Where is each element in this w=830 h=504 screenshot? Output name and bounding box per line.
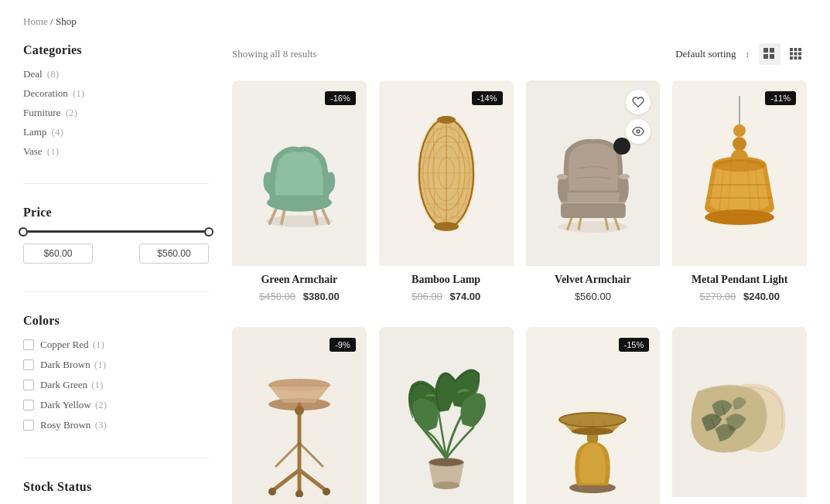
svg-rect-0 — [763, 48, 768, 53]
sale-price: $380.00 — [303, 291, 340, 302]
color-swatch[interactable] — [613, 138, 630, 155]
svg-point-53 — [714, 159, 765, 172]
product-badge: -15% — [619, 338, 650, 352]
product-image-area — [526, 80, 661, 266]
color-checkbox-copper-red[interactable] — [23, 339, 34, 350]
price-inputs — [23, 243, 209, 264]
grid-9-icon — [790, 48, 802, 60]
svg-point-67 — [323, 488, 330, 495]
price-max-input[interactable] — [139, 243, 209, 264]
product-badge: -16% — [325, 91, 356, 105]
svg-rect-2 — [763, 54, 768, 59]
color-checkbox-rosy-brown[interactable] — [23, 420, 34, 431]
product-badge: -11% — [765, 91, 796, 105]
product-price: $560.00 — [537, 291, 650, 302]
svg-point-46 — [556, 173, 567, 179]
product-card-bamboo-lamp: -14% — [379, 80, 514, 315]
category-item-vase[interactable]: Vase (1) — [23, 145, 209, 158]
pendant-light-illustration — [689, 96, 790, 250]
category-item-furniture[interactable]: Furniture (2) — [23, 107, 209, 119]
svg-rect-10 — [790, 56, 793, 60]
product-info: Green Armchair $450.00 $380.00 — [232, 266, 367, 315]
svg-point-47 — [618, 173, 629, 179]
colors-section: Colors Copper Red (1) Dark Brown (1) Dar… — [23, 314, 209, 458]
wishlist-button[interactable] — [626, 90, 651, 114]
color-dark-yellow[interactable]: Dark Yellow (2) — [23, 399, 209, 411]
eye-icon — [632, 125, 644, 138]
slider-thumb-right[interactable] — [204, 227, 213, 237]
price-slider[interactable] — [23, 230, 209, 264]
price-min-input[interactable] — [23, 243, 93, 264]
svg-point-50 — [733, 137, 746, 151]
category-item-decoration[interactable]: Decoration (1) — [23, 87, 209, 100]
svg-point-13 — [266, 215, 333, 226]
breadcrumb-separator: / — [50, 15, 56, 27]
product-card-velvet-armchair: Velvet Armchair $560.00 — [526, 80, 661, 315]
list-view-button[interactable] — [785, 43, 807, 65]
color-dark-brown[interactable]: Dark Brown (1) — [23, 359, 209, 371]
original-price: $270.00 — [699, 291, 736, 302]
bamboo-lamp-illustration — [404, 100, 489, 247]
product-card-cushion: Decorative Cushion — [672, 327, 807, 504]
grid-4-icon — [763, 48, 776, 60]
svg-line-63 — [272, 470, 299, 491]
slider-track — [23, 230, 209, 233]
product-name: Velvet Armchair — [537, 274, 650, 286]
product-image-area: -15% — [526, 327, 661, 504]
cushion-illustration — [688, 342, 791, 482]
color-rosy-brown[interactable]: Rosy Brown (3) — [23, 419, 209, 431]
product-info: Bamboo Lamp $86.00 $74.00 — [379, 266, 514, 315]
product-price: $86.00 $74.00 — [390, 291, 503, 302]
color-checkbox-dark-brown[interactable] — [23, 359, 34, 370]
category-item-lamp[interactable]: Lamp (4) — [23, 126, 209, 138]
svg-rect-45 — [560, 203, 625, 218]
product-image-area: -14% — [379, 80, 514, 266]
green-armchair-illustration — [248, 104, 351, 243]
sale-price: $240.00 — [743, 291, 780, 302]
color-dark-green[interactable]: Dark Green (1) — [23, 379, 209, 391]
product-card-plant: Calathea Plant — [379, 327, 514, 504]
slider-fill — [27, 230, 205, 233]
svg-point-73 — [433, 482, 459, 489]
product-image-area: -9% — [232, 327, 367, 504]
svg-rect-8 — [794, 53, 798, 56]
categories-title: Categories — [23, 43, 209, 57]
product-badge: -14% — [472, 91, 503, 105]
sort-arrow-icon[interactable]: ↕ — [746, 49, 750, 59]
sort-label: Default sorting — [675, 48, 736, 60]
product-name: Metal Pendant Light — [683, 274, 796, 286]
categories-section: Categories Deal (8) Decoration (1) Furni… — [23, 43, 209, 184]
color-checkbox-dark-yellow[interactable] — [23, 400, 34, 410]
svg-rect-11 — [794, 56, 798, 60]
product-image-area: -11% — [672, 80, 807, 266]
svg-point-66 — [268, 488, 276, 495]
stock-title: Stock Status — [23, 480, 209, 494]
grid-view-button[interactable] — [759, 43, 780, 65]
main-content: Showing all 8 results Default sorting ↕ — [232, 43, 807, 504]
colors-title: Colors — [23, 314, 209, 328]
original-price: $86.00 — [412, 291, 442, 302]
svg-point-39 — [637, 130, 640, 133]
color-copper-red[interactable]: Copper Red (1) — [23, 339, 209, 351]
breadcrumb-home-link[interactable]: Home — [23, 15, 48, 27]
results-text: Showing all 8 results — [232, 48, 316, 60]
svg-point-38 — [434, 222, 459, 231]
slider-thumb-left[interactable] — [19, 227, 28, 237]
svg-rect-1 — [770, 48, 774, 53]
product-grid: -16% — [232, 80, 807, 504]
svg-rect-3 — [770, 54, 774, 59]
category-item-deal[interactable]: Deal (8) — [23, 68, 209, 80]
product-actions — [626, 90, 651, 167]
product-info: Metal Pendant Light $270.00 $240.00 — [672, 266, 807, 315]
svg-rect-6 — [798, 48, 801, 51]
heart-icon — [632, 96, 644, 108]
svg-line-64 — [299, 470, 326, 491]
color-checkbox-dark-green[interactable] — [23, 380, 34, 390]
product-name: Green Armchair — [243, 274, 356, 286]
product-image-area — [672, 327, 807, 497]
quick-view-button[interactable] — [626, 119, 651, 144]
content-header: Showing all 8 results Default sorting ↕ — [232, 43, 807, 65]
svg-line-70 — [299, 443, 323, 466]
svg-point-74 — [429, 458, 463, 466]
svg-rect-4 — [790, 48, 793, 51]
